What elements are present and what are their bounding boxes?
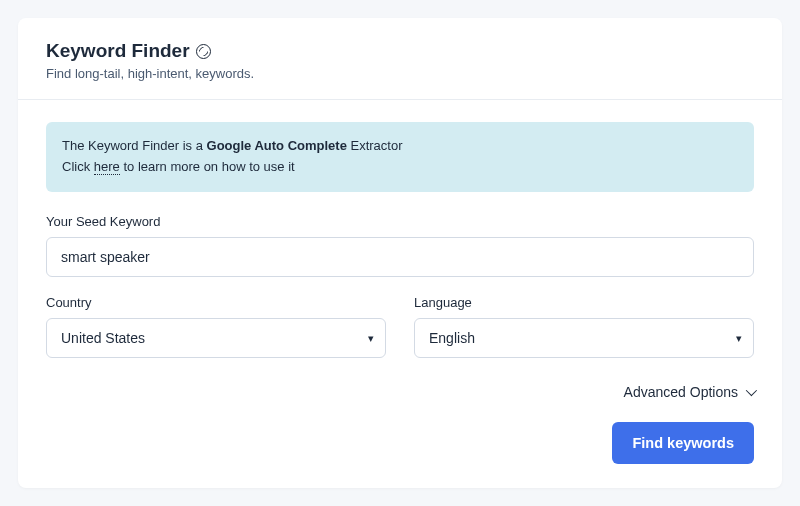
advanced-options-label: Advanced Options — [624, 384, 738, 400]
find-keywords-button[interactable]: Find keywords — [612, 422, 754, 464]
keyword-finder-card: Keyword Finder Find long-tail, high-inte… — [18, 18, 782, 488]
info-line-1: The Keyword Finder is a Google Auto Comp… — [62, 136, 738, 157]
page-title: Keyword Finder — [46, 40, 190, 62]
language-group: Language English ▾ — [414, 295, 754, 358]
country-group: Country United States ▾ — [46, 295, 386, 358]
info-text: Extractor — [347, 138, 403, 153]
language-label: Language — [414, 295, 754, 310]
card-body: The Keyword Finder is a Google Auto Comp… — [18, 100, 782, 488]
chevron-down-icon — [746, 385, 757, 396]
seed-keyword-label: Your Seed Keyword — [46, 214, 754, 229]
country-select[interactable]: United States — [46, 318, 386, 358]
info-text: Click — [62, 159, 94, 174]
info-text: to learn more on how to use it — [120, 159, 295, 174]
selects-row: Country United States ▾ Language English… — [46, 295, 754, 358]
seed-keyword-group: Your Seed Keyword — [46, 214, 754, 277]
learn-more-link[interactable]: here — [94, 159, 120, 175]
info-text: The Keyword Finder is a — [62, 138, 207, 153]
info-banner: The Keyword Finder is a Google Auto Comp… — [46, 122, 754, 192]
info-bold: Google Auto Complete — [207, 138, 347, 153]
advanced-options-toggle[interactable]: Advanced Options — [624, 384, 754, 400]
compass-icon — [196, 44, 211, 59]
card-header: Keyword Finder Find long-tail, high-inte… — [18, 18, 782, 99]
country-label: Country — [46, 295, 386, 310]
language-select[interactable]: English — [414, 318, 754, 358]
page-subtitle: Find long-tail, high-intent, keywords. — [46, 66, 754, 81]
seed-keyword-input[interactable] — [46, 237, 754, 277]
info-line-2: Click here to learn more on how to use i… — [62, 157, 738, 178]
advanced-row: Advanced Options — [46, 384, 754, 400]
action-row: Find keywords — [46, 422, 754, 464]
title-row: Keyword Finder — [46, 40, 754, 62]
